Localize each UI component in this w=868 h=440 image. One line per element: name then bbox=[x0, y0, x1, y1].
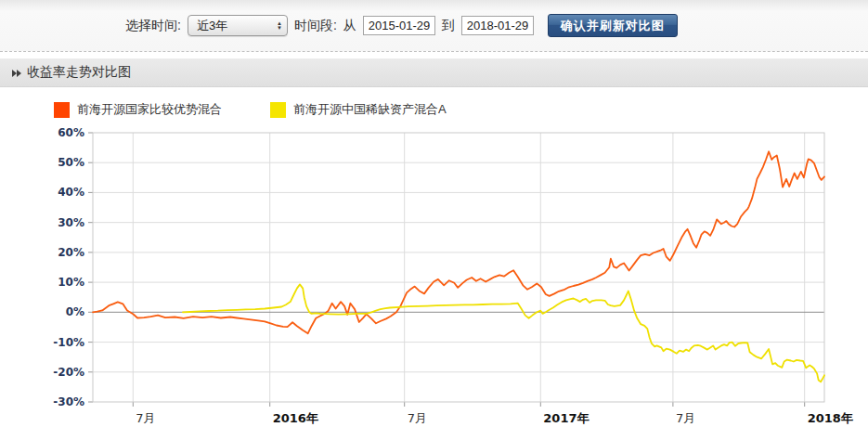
svg-text:20%: 20% bbox=[58, 246, 84, 259]
svg-text:50%: 50% bbox=[58, 156, 84, 169]
svg-text:2017年: 2017年 bbox=[543, 411, 589, 425]
svg-text:7月: 7月 bbox=[676, 411, 695, 425]
svg-text:7月: 7月 bbox=[408, 411, 427, 425]
svg-text:2018年: 2018年 bbox=[808, 411, 854, 425]
comparison-chart: 60%50%40%30%20%10%0%-10%-20%-30%7月2016年7… bbox=[0, 0, 868, 440]
svg-text:40%: 40% bbox=[58, 186, 84, 199]
svg-text:-20%: -20% bbox=[53, 366, 84, 379]
svg-text:60%: 60% bbox=[58, 126, 84, 139]
svg-text:-30%: -30% bbox=[53, 395, 84, 408]
svg-text:-10%: -10% bbox=[53, 336, 84, 349]
svg-text:7月: 7月 bbox=[136, 411, 155, 425]
svg-text:0%: 0% bbox=[66, 305, 84, 318]
svg-text:10%: 10% bbox=[58, 276, 84, 289]
svg-text:30%: 30% bbox=[58, 216, 84, 229]
svg-text:2016年: 2016年 bbox=[273, 411, 319, 425]
fund-comparison-page: { "toolbar": { "time_label": "选择时间:", "s… bbox=[0, 0, 868, 440]
